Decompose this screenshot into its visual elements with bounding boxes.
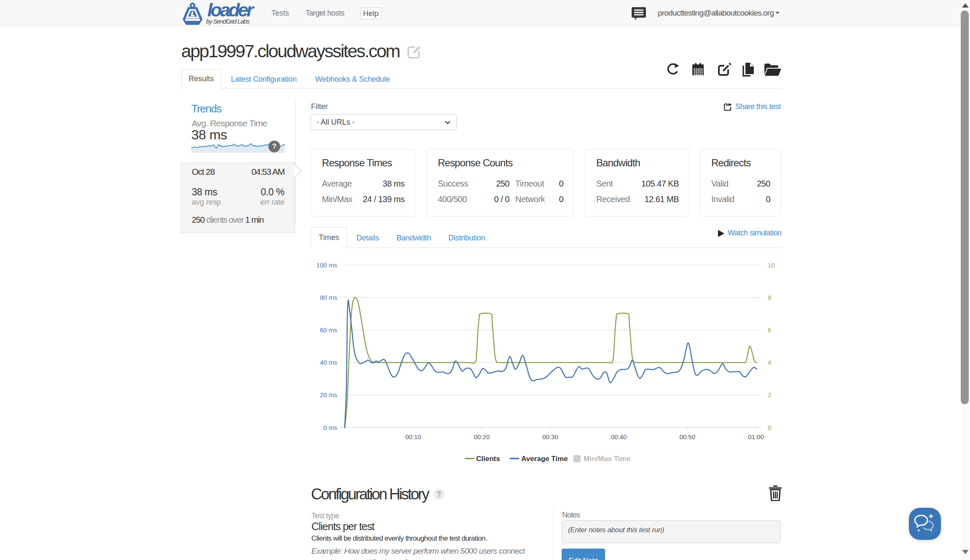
svg-text:60 ms: 60 ms bbox=[320, 326, 337, 333]
svg-text:Min/Max Time: Min/Max Time bbox=[584, 455, 630, 463]
svg-text:8: 8 bbox=[768, 294, 771, 301]
svg-text:0: 0 bbox=[768, 424, 771, 431]
svg-text:Average Time: Average Time bbox=[521, 455, 568, 463]
svg-text:01:00: 01:00 bbox=[748, 433, 764, 440]
svg-text:00:40: 00:40 bbox=[611, 433, 627, 440]
svg-text:00:10: 00:10 bbox=[405, 433, 421, 440]
svg-text:00:20: 00:20 bbox=[474, 433, 490, 440]
svg-text:40 ms: 40 ms bbox=[320, 359, 337, 366]
svg-text:Clients: Clients bbox=[476, 455, 500, 463]
svg-text:0 ms: 0 ms bbox=[323, 424, 337, 431]
svg-text:00:50: 00:50 bbox=[680, 433, 696, 440]
svg-text:00:30: 00:30 bbox=[542, 433, 558, 440]
svg-text:100 ms: 100 ms bbox=[316, 261, 337, 269]
svg-text:80 ms: 80 ms bbox=[320, 294, 337, 301]
svg-text:4: 4 bbox=[768, 359, 771, 366]
svg-text:10: 10 bbox=[768, 261, 775, 269]
svg-text:2: 2 bbox=[768, 391, 771, 398]
svg-text:6: 6 bbox=[768, 326, 771, 333]
svg-text:20 ms: 20 ms bbox=[320, 391, 337, 398]
